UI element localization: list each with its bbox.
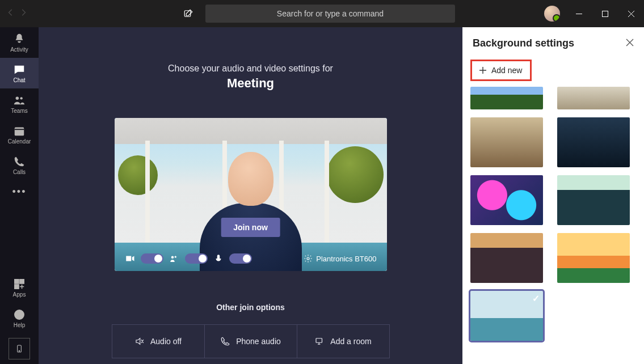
rail-chat[interactable]: Chat (0, 58, 39, 88)
compose-button[interactable] (180, 6, 196, 22)
rail-label: Chat (13, 77, 25, 83)
camera-icon (125, 253, 135, 264)
app-rail: Activity Chat Teams Calendar Calls ••• A… (0, 27, 39, 364)
meeting-pretitle: Choose your audio and video settings for (168, 64, 333, 74)
svg-rect-15 (316, 338, 322, 343)
background-thumb-pool[interactable] (470, 291, 543, 341)
window-maximize-button[interactable] (592, 0, 618, 27)
panel-close-button[interactable] (626, 39, 634, 49)
rail-label: Help (14, 322, 26, 328)
other-join-options: Audio off Phone audio Add a room (112, 324, 390, 358)
option-label: Add a room (330, 337, 371, 346)
background-fx-toggle[interactable] (185, 253, 208, 264)
rail-activity[interactable]: Activity (0, 27, 39, 58)
rail-teams[interactable]: Teams (0, 88, 39, 119)
svg-point-3 (20, 97, 22, 99)
background-thumbnails (462, 87, 644, 349)
rail-device-button[interactable] (9, 338, 30, 359)
svg-rect-7 (15, 284, 19, 288)
rail-apps[interactable]: Apps (0, 272, 39, 303)
other-join-options-label: Other join options (216, 303, 285, 312)
background-thumb-desert[interactable] (557, 87, 630, 109)
svg-point-12 (171, 256, 174, 259)
background-thumb-alien[interactable] (557, 175, 630, 225)
rail-label: Calendar (8, 138, 31, 145)
gear-icon (304, 254, 313, 263)
meeting-join-panel: Choose your audio and video settings for… (39, 27, 462, 364)
background-settings-panel: Background settings Add new (462, 27, 644, 364)
rail-label: Activity (10, 46, 28, 53)
option-label: Audio off (150, 337, 182, 346)
svg-point-14 (307, 257, 309, 260)
search-input[interactable] (205, 5, 455, 23)
camera-toggle[interactable] (141, 253, 163, 264)
add-new-background-button[interactable]: Add new (470, 60, 532, 81)
room-icon (314, 336, 325, 346)
svg-point-11 (19, 350, 19, 351)
rail-calls[interactable]: Calls (0, 150, 39, 180)
rail-label: Apps (13, 291, 26, 298)
video-preview: Join now Plantronics BT600 (115, 118, 387, 271)
speaker-off-icon (134, 336, 145, 346)
audio-device-label: Plantronics BT600 (316, 255, 376, 263)
rail-help[interactable]: Help (0, 303, 39, 333)
option-add-room[interactable]: Add a room (297, 325, 389, 358)
background-thumb-village[interactable] (470, 117, 543, 167)
rail-more-button[interactable]: ••• (12, 180, 27, 203)
nav-back-icon[interactable] (7, 9, 15, 19)
background-thumb-meadow[interactable] (470, 87, 543, 109)
window-close-button[interactable] (618, 0, 644, 27)
mic-toggle[interactable] (229, 253, 252, 264)
rail-calendar[interactable]: Calendar (0, 119, 39, 150)
option-phone-audio[interactable]: Phone audio (204, 325, 297, 358)
svg-rect-6 (20, 279, 24, 283)
svg-point-2 (16, 96, 19, 100)
background-thumb-street[interactable] (470, 233, 543, 283)
join-now-button[interactable]: Join now (221, 218, 280, 237)
svg-rect-1 (602, 11, 608, 16)
option-audio-off[interactable]: Audio off (112, 325, 204, 358)
mic-icon (213, 253, 224, 264)
option-label: Phone audio (236, 337, 281, 346)
panel-title: Background settings (473, 37, 574, 49)
background-thumb-sunset[interactable] (557, 233, 630, 283)
rail-label: Teams (11, 108, 27, 114)
plus-icon (479, 66, 487, 74)
meeting-title: Meeting (227, 76, 274, 91)
window-minimize-button[interactable] (566, 0, 592, 27)
nav-forward-icon[interactable] (19, 9, 27, 19)
titlebar (0, 0, 644, 27)
svg-point-9 (19, 316, 19, 317)
background-thumb-scifi[interactable] (557, 117, 630, 167)
background-thumb-nebula[interactable] (470, 175, 543, 225)
phone-icon (220, 336, 230, 346)
add-new-label: Add new (491, 66, 522, 75)
background-fx-icon (169, 253, 179, 264)
svg-rect-5 (15, 279, 19, 283)
user-avatar[interactable] (544, 6, 560, 22)
audio-device-selector[interactable]: Plantronics BT600 (304, 254, 376, 263)
svg-rect-4 (15, 127, 24, 136)
rail-label: Calls (13, 169, 26, 175)
